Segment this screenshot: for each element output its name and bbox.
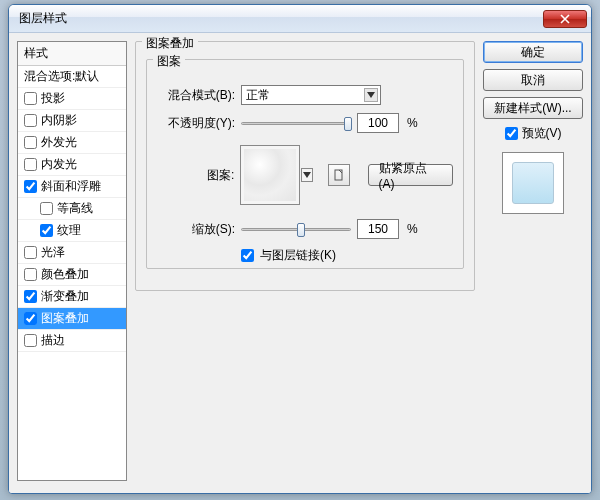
style-label: 外发光 — [41, 134, 77, 151]
style-label: 斜面和浮雕 — [41, 178, 101, 195]
cancel-button[interactable]: 取消 — [483, 69, 583, 91]
blending-options-row[interactable]: 混合选项:默认 — [18, 66, 126, 88]
inner-group-title: 图案 — [153, 53, 185, 70]
pattern-picker[interactable] — [240, 145, 300, 205]
style-checkbox[interactable] — [24, 290, 37, 303]
style-row[interactable]: 外发光 — [18, 132, 126, 154]
style-label: 内阴影 — [41, 112, 77, 129]
preview-row: 预览(V) — [483, 125, 583, 142]
scale-slider-thumb[interactable] — [297, 223, 305, 237]
pattern-label: 图案: — [157, 167, 234, 184]
side-buttons: 确定 取消 新建样式(W)... 预览(V) — [483, 41, 583, 485]
style-checkbox[interactable] — [24, 180, 37, 193]
scale-label: 缩放(S): — [157, 221, 235, 238]
style-list-header[interactable]: 样式 — [18, 42, 126, 66]
window-title: 图层样式 — [19, 10, 543, 27]
style-checkbox[interactable] — [40, 224, 53, 237]
style-label: 图案叠加 — [41, 310, 89, 327]
blend-mode-row: 混合模式(B): 正常 — [157, 85, 453, 105]
pattern-overlay-group: 图案叠加 图案 混合模式(B): 正常 不透明度(Y): — [135, 41, 475, 291]
preview-inner — [512, 162, 554, 204]
main-panel: 图案叠加 图案 混合模式(B): 正常 不透明度(Y): — [135, 41, 475, 485]
style-row[interactable]: 等高线 — [18, 198, 126, 220]
new-pattern-button[interactable] — [328, 164, 350, 186]
group-title: 图案叠加 — [142, 35, 198, 52]
style-label: 内发光 — [41, 156, 77, 173]
snap-origin-button[interactable]: 贴紧原点(A) — [368, 164, 453, 186]
style-row[interactable]: 纹理 — [18, 220, 126, 242]
style-row[interactable]: 渐变叠加 — [18, 286, 126, 308]
link-with-layer-label: 与图层链接(K) — [260, 247, 336, 264]
titlebar[interactable]: 图层样式 — [9, 5, 591, 33]
opacity-input[interactable]: 100 — [357, 113, 399, 133]
ok-button[interactable]: 确定 — [483, 41, 583, 63]
close-button[interactable] — [543, 10, 587, 28]
style-checkbox[interactable] — [24, 158, 37, 171]
link-with-layer-checkbox[interactable] — [241, 249, 254, 262]
opacity-slider[interactable] — [241, 122, 351, 125]
style-label: 等高线 — [57, 200, 93, 217]
style-row[interactable]: 内阴影 — [18, 110, 126, 132]
scale-row: 缩放(S): 150 % — [157, 219, 453, 239]
preview-swatch — [502, 152, 564, 214]
pattern-group: 图案 混合模式(B): 正常 不透明度(Y): — [146, 59, 464, 269]
style-checkbox[interactable] — [24, 92, 37, 105]
close-icon — [560, 14, 570, 24]
style-label: 光泽 — [41, 244, 65, 261]
opacity-label: 不透明度(Y): — [157, 115, 235, 132]
style-checkbox[interactable] — [40, 202, 53, 215]
style-checkbox[interactable] — [24, 136, 37, 149]
style-checkbox[interactable] — [24, 114, 37, 127]
style-label: 颜色叠加 — [41, 266, 89, 283]
style-label: 渐变叠加 — [41, 288, 89, 305]
scale-unit: % — [407, 222, 418, 236]
new-style-button[interactable]: 新建样式(W)... — [483, 97, 583, 119]
style-label: 投影 — [41, 90, 65, 107]
style-row[interactable]: 投影 — [18, 88, 126, 110]
style-row[interactable]: 描边 — [18, 330, 126, 352]
link-row: 与图层链接(K) — [157, 247, 453, 264]
style-row[interactable]: 斜面和浮雕 — [18, 176, 126, 198]
style-row[interactable]: 图案叠加 — [18, 308, 126, 330]
style-checkbox[interactable] — [24, 312, 37, 325]
scale-slider[interactable] — [241, 228, 351, 231]
blend-mode-combo[interactable]: 正常 — [241, 85, 381, 105]
preview-checkbox[interactable] — [505, 127, 518, 140]
dialog-body: 样式 混合选项:默认 投影内阴影外发光内发光斜面和浮雕等高线纹理光泽颜色叠加渐变… — [9, 33, 591, 493]
style-row[interactable]: 内发光 — [18, 154, 126, 176]
pattern-row: 图案: 贴紧原点(A) — [157, 145, 453, 205]
blend-mode-label: 混合模式(B): — [157, 87, 235, 104]
style-label: 纹理 — [57, 222, 81, 239]
style-list: 样式 混合选项:默认 投影内阴影外发光内发光斜面和浮雕等高线纹理光泽颜色叠加渐变… — [17, 41, 127, 481]
style-row[interactable]: 颜色叠加 — [18, 264, 126, 286]
style-checkbox[interactable] — [24, 246, 37, 259]
style-checkbox[interactable] — [24, 268, 37, 281]
style-row[interactable]: 光泽 — [18, 242, 126, 264]
scale-input[interactable]: 150 — [357, 219, 399, 239]
style-label: 描边 — [41, 332, 65, 349]
chevron-down-icon — [364, 88, 378, 102]
opacity-unit: % — [407, 116, 418, 130]
opacity-row: 不透明度(Y): 100 % — [157, 113, 453, 133]
opacity-slider-thumb[interactable] — [344, 117, 352, 131]
pattern-chevron-down-icon[interactable] — [301, 168, 313, 182]
new-doc-icon — [333, 169, 345, 181]
style-checkbox[interactable] — [24, 334, 37, 347]
preview-label: 预览(V) — [522, 125, 562, 142]
layer-style-dialog: 图层样式 样式 混合选项:默认 投影内阴影外发光内发光斜面和浮雕等高线纹理光泽颜… — [8, 4, 592, 494]
